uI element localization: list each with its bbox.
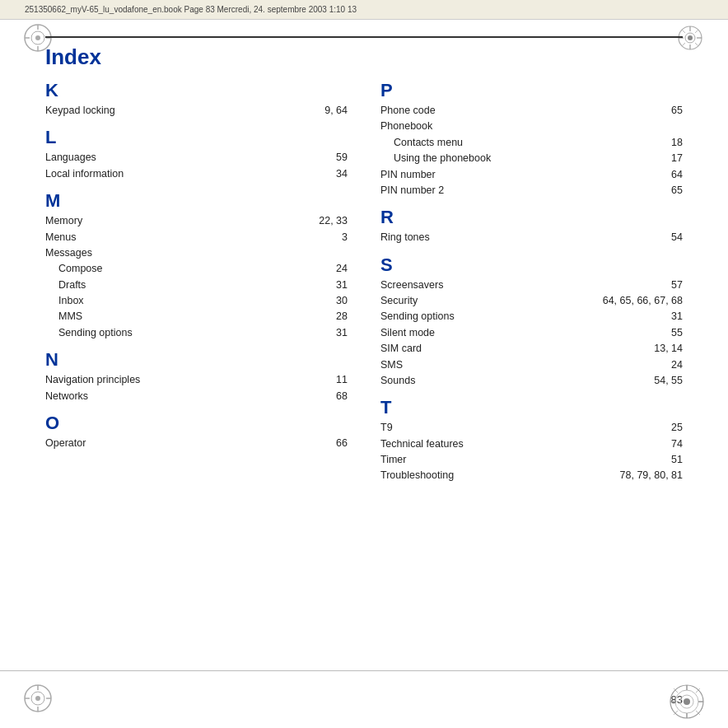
entry-menus: Menus 3 xyxy=(45,230,348,245)
section-L: L xyxy=(45,127,348,148)
entry-compose: Compose 24 xyxy=(45,261,348,277)
entry-phone-code: Phone code 65 xyxy=(380,103,683,119)
entry-operator: Operator 66 xyxy=(45,436,348,451)
index-columns: K Keypad locking 9, 64 L Languages 59 Lo… xyxy=(45,80,683,484)
entry-sending-options-m: Sending options 31 xyxy=(45,325,348,341)
left-column: K Keypad locking 9, 64 L Languages 59 Lo… xyxy=(45,80,348,484)
header-bar: 251350662_myV-65_lu_vodafone_en.book Pag… xyxy=(0,0,728,20)
top-divider xyxy=(45,36,683,38)
section-M: M xyxy=(45,190,348,212)
entry-timer: Timer 51 xyxy=(380,452,683,468)
entry-networks: Networks 68 xyxy=(45,389,348,404)
section-T: T xyxy=(380,397,683,418)
section-R: R xyxy=(380,207,683,228)
entry-t9: T9 25 xyxy=(380,420,683,436)
entry-pin-number-2: PIN number 2 65 xyxy=(380,183,683,198)
footer-area: 83 xyxy=(0,670,728,728)
entry-messages: Messages xyxy=(45,245,348,261)
section-O: O xyxy=(45,413,348,434)
section-K: K xyxy=(45,80,348,101)
page-title: Index xyxy=(45,44,683,70)
entry-memory: Memory 22, 33 xyxy=(45,213,348,229)
entry-sounds: Sounds 54, 55 xyxy=(380,373,683,389)
entry-sending-options-s: Sending options 31 xyxy=(380,309,683,324)
entry-contacts-menu: Contacts menu 18 xyxy=(380,135,683,151)
entry-label: Keypad locking xyxy=(45,103,282,119)
section-P: P xyxy=(380,80,683,101)
entry-ring-tones: Ring tones 54 xyxy=(380,230,683,245)
entry-languages: Languages 59 xyxy=(45,150,348,166)
entry-using-phonebook: Using the phonebook 17 xyxy=(380,151,683,166)
entry-phonebook: Phonebook xyxy=(380,119,683,134)
entry-inbox: Inbox 30 xyxy=(45,293,348,309)
entry-pages: 9, 64 xyxy=(282,103,348,119)
entry-sms: SMS 24 xyxy=(380,357,683,373)
section-S: S xyxy=(380,254,683,276)
entry-screensavers: Screensavers 57 xyxy=(380,278,683,293)
entry-sim-card: SIM card 13, 14 xyxy=(380,341,683,357)
page: 251350662_myV-65_lu_vodafone_en.book Pag… xyxy=(0,0,728,728)
entry-troubleshooting: Troubleshooting 78, 79, 80, 81 xyxy=(380,468,683,483)
entry-local-information: Local information 34 xyxy=(45,166,348,182)
right-column: P Phone code 65 Phonebook Contacts menu … xyxy=(380,80,683,484)
page-number: 83 xyxy=(671,693,683,706)
main-content: Index K Keypad locking 9, 64 L Languages… xyxy=(0,20,728,670)
entry-security: Security 64, 65, 66, 67, 68 xyxy=(380,293,683,309)
entry-silent-mode: Silent mode 55 xyxy=(380,325,683,341)
entry-pin-number: PIN number 64 xyxy=(380,167,683,183)
entry-navigation-principles: Navigation principles 11 xyxy=(45,372,348,388)
entry-keypad-locking: Keypad locking 9, 64 xyxy=(45,103,348,119)
section-N: N xyxy=(45,349,348,371)
header-text: 251350662_myV-65_lu_vodafone_en.book Pag… xyxy=(25,5,357,14)
entry-mms: MMS 28 xyxy=(45,309,348,324)
entry-drafts: Drafts 31 xyxy=(45,278,348,293)
entry-technical-features: Technical features 74 xyxy=(380,436,683,452)
